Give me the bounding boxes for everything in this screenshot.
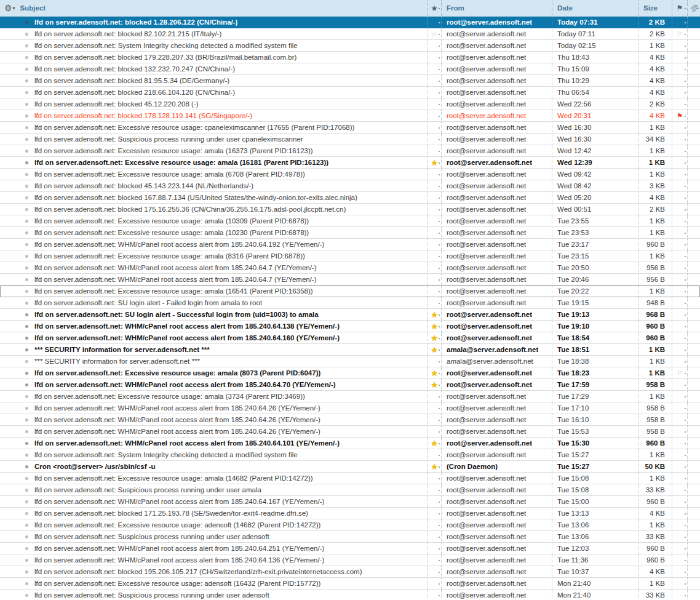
flag-cell[interactable] (672, 578, 687, 589)
message-row[interactable]: lfd on server.adensoft.net: Suspicious p… (0, 531, 700, 543)
flag-cell[interactable] (672, 98, 687, 110)
flag-cell[interactable] (672, 391, 687, 402)
star-toggle[interactable] (427, 402, 441, 414)
column-header-date[interactable]: Date (552, 0, 638, 16)
flag-cell[interactable] (672, 145, 687, 156)
star-toggle[interactable] (427, 63, 441, 74)
flag-cell[interactable] (672, 566, 687, 577)
star-toggle[interactable] (427, 590, 441, 600)
flag-cell[interactable] (672, 449, 687, 460)
column-header-from[interactable]: From (441, 0, 552, 16)
message-row[interactable]: *** SECURITY information for server.aden… (0, 344, 700, 356)
star-toggle[interactable]: ★ (427, 321, 441, 332)
message-row[interactable]: lfd on server.adensoft.net: blocked 218.… (0, 87, 700, 98)
flag-cell[interactable] (672, 75, 687, 86)
star-toggle[interactable] (427, 52, 441, 63)
flag-cell[interactable]: ⚑ (672, 110, 687, 121)
flag-cell[interactable] (672, 402, 687, 414)
message-row[interactable]: lfd on server.adensoft.net: Excessive re… (0, 519, 700, 531)
message-row[interactable]: lfd on server.adensoft.net: Excessive re… (0, 157, 700, 169)
star-toggle[interactable] (427, 169, 441, 180)
star-toggle[interactable] (427, 426, 441, 437)
star-toggle[interactable] (427, 391, 441, 402)
flag-cell[interactable] (672, 344, 687, 355)
star-toggle[interactable] (427, 98, 441, 110)
flag-cell[interactable]: ⚐ (672, 367, 687, 378)
star-toggle[interactable] (427, 40, 441, 51)
message-row[interactable]: lfd on server.adensoft.net: blocked 1.28… (0, 17, 700, 28)
message-row[interactable]: lfd on server.adensoft.net: System Integ… (0, 40, 700, 52)
flag-cell[interactable] (672, 169, 687, 180)
star-toggle[interactable] (427, 192, 441, 203)
flag-cell[interactable] (672, 274, 687, 285)
message-row[interactable]: lfd on server.adensoft.net: blocked 81.9… (0, 75, 700, 87)
star-toggle[interactable] (427, 274, 441, 285)
message-row[interactable]: lfd on server.adensoft.net: blocked 171.… (0, 508, 700, 519)
message-row[interactable]: lfd on server.adensoft.net: WHM/cPanel r… (0, 543, 700, 554)
flag-cell[interactable] (672, 204, 687, 215)
message-row[interactable]: lfd on server.adensoft.net: WHM/cPanel r… (0, 402, 700, 414)
star-toggle[interactable]: ★ (427, 157, 441, 168)
message-row[interactable]: lfd on server.adensoft.net: SU login ale… (0, 309, 700, 321)
message-row[interactable]: lfd on server.adensoft.net: WHM/cPanel r… (0, 496, 700, 508)
flag-cell[interactable] (672, 40, 687, 51)
message-row[interactable]: lfd on server.adensoft.net: blocked 178.… (0, 110, 700, 122)
flag-cell[interactable] (672, 508, 687, 519)
flag-cell[interactable] (672, 87, 687, 98)
star-toggle[interactable] (427, 17, 441, 28)
column-header-size[interactable]: Size (638, 0, 672, 16)
star-toggle[interactable] (427, 180, 441, 191)
message-row[interactable]: lfd on server.adensoft.net: WHM/cPanel r… (0, 239, 700, 250)
message-row[interactable]: lfd on server.adensoft.net: blocked 195.… (0, 566, 700, 578)
message-row[interactable]: lfd on server.adensoft.net: blocked 45.1… (0, 180, 700, 192)
star-toggle[interactable]: ★ (427, 309, 441, 320)
message-row[interactable]: lfd on server.adensoft.net: blocked 167.… (0, 192, 700, 204)
star-toggle[interactable] (427, 414, 441, 425)
star-toggle[interactable] (427, 554, 441, 566)
star-toggle[interactable] (427, 297, 441, 308)
message-row[interactable]: lfd on server.adensoft.net: blocked 82.1… (0, 28, 700, 40)
message-row[interactable]: lfd on server.adensoft.net: WHM/cPanel r… (0, 274, 700, 286)
message-row[interactable]: lfd on server.adensoft.net: SU login ale… (0, 297, 700, 309)
flag-cell[interactable] (672, 461, 687, 472)
star-toggle[interactable]: ★ (427, 332, 441, 343)
flag-cell[interactable] (672, 590, 687, 600)
message-row[interactable]: *** SECURITY information for server.aden… (0, 356, 700, 367)
flag-cell[interactable] (672, 543, 687, 554)
flag-cell[interactable] (672, 250, 687, 262)
star-toggle[interactable] (427, 286, 441, 297)
message-row[interactable]: lfd on server.adensoft.net: Excessive re… (0, 473, 700, 484)
star-toggle[interactable] (427, 204, 441, 215)
star-toggle[interactable] (427, 543, 441, 554)
star-toggle[interactable] (427, 496, 441, 507)
flag-cell[interactable] (672, 180, 687, 191)
flag-cell[interactable] (672, 17, 687, 28)
message-row[interactable]: lfd on server.adensoft.net: Excessive re… (0, 367, 700, 379)
message-row[interactable]: lfd on server.adensoft.net: WHM/cPanel r… (0, 426, 700, 438)
message-row[interactable]: lfd on server.adensoft.net: WHM/cPanel r… (0, 321, 700, 332)
message-row[interactable]: lfd on server.adensoft.net: Excessive re… (0, 122, 700, 134)
message-row[interactable]: lfd on server.adensoft.net: Excessive re… (0, 169, 700, 180)
message-row[interactable]: lfd on server.adensoft.net: Excessive re… (0, 250, 700, 262)
star-toggle[interactable] (427, 508, 441, 519)
message-row[interactable]: lfd on server.adensoft.net: WHM/cPanel r… (0, 554, 700, 566)
message-row[interactable]: lfd on server.adensoft.net: WHM/cPanel r… (0, 262, 700, 274)
star-toggle[interactable] (427, 566, 441, 577)
column-header-subject[interactable]: ⚙ ▾ Subject (0, 0, 427, 16)
star-toggle[interactable] (427, 531, 441, 542)
message-row[interactable]: lfd on server.adensoft.net: WHM/cPanel r… (0, 332, 700, 344)
list-options-button[interactable]: ⚙ ▾ (0, 4, 15, 12)
message-row[interactable]: lfd on server.adensoft.net: Excessive re… (0, 215, 700, 227)
flag-cell[interactable] (672, 309, 687, 320)
column-header-star[interactable]: ★ (427, 0, 441, 16)
message-row[interactable]: lfd on server.adensoft.net: Excessive re… (0, 227, 700, 239)
flag-cell[interactable] (672, 122, 687, 133)
star-toggle[interactable] (427, 87, 441, 98)
flag-cell[interactable] (672, 438, 687, 449)
star-toggle[interactable] (427, 262, 441, 273)
column-header-attachment[interactable] (687, 0, 700, 16)
flag-cell[interactable] (672, 157, 687, 168)
flag-cell[interactable] (672, 379, 687, 390)
flag-cell[interactable] (672, 286, 687, 297)
message-row[interactable]: lfd on server.adensoft.net: blocked 45.1… (0, 98, 700, 110)
